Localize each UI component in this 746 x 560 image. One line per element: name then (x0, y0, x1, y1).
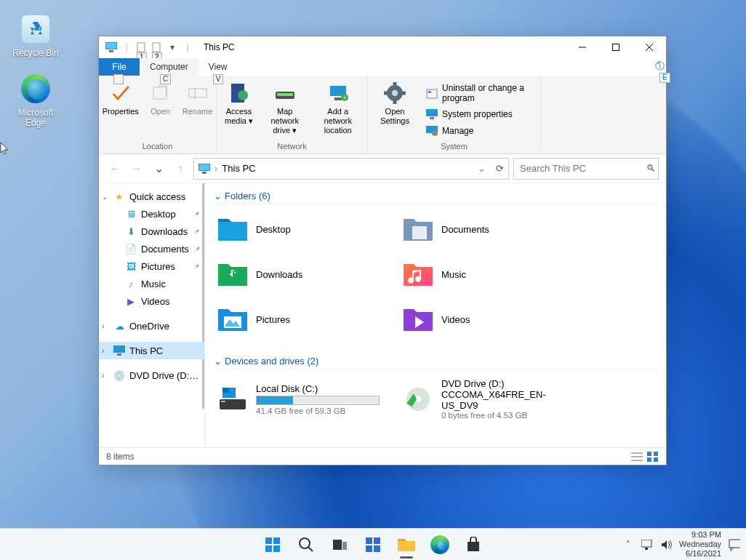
drive-dvd-d[interactable]: DVD Drive (D:) CCCOMA_X64FRE_EN-US_DV9 0… (399, 375, 585, 423)
folder-videos[interactable]: Videos (399, 300, 585, 338)
show-hidden-button[interactable]: ˄ (622, 539, 634, 551)
svg-rect-33 (199, 164, 209, 170)
file-explorer-button[interactable] (391, 529, 422, 560)
cursor-icon (0, 142, 10, 156)
sidebar-item-documents[interactable]: 📄Documents📌︎ (99, 240, 204, 257)
taskbar[interactable]: ˄ 9:03 PM Wednesday 6/16/2021 (0, 528, 746, 560)
qat-icon[interactable]: 2 (151, 41, 164, 54)
content-pane: ⌄Folders (6) Desktop Documents Downloads… (205, 183, 666, 447)
status-bar: 8 items (99, 447, 666, 465)
sidebar-dvd[interactable]: ›💿DVD Drive (D:) CC (99, 367, 204, 384)
sidebar-item-desktop[interactable]: 🖥Desktop📌︎ (99, 205, 204, 223)
svg-rect-65 (641, 540, 651, 547)
folder-music[interactable]: Music (399, 255, 585, 293)
recycle-bin-icon (22, 15, 49, 43)
breadcrumb[interactable]: This PC (222, 163, 255, 174)
start-button[interactable] (257, 529, 288, 560)
chevron-right-icon[interactable]: › (102, 322, 104, 330)
svg-rect-1 (106, 43, 116, 49)
help-icon[interactable]: ⓘ E (655, 60, 665, 73)
close-button[interactable] (633, 37, 666, 58)
maximize-button[interactable] (599, 37, 633, 58)
tab-computer[interactable]: Computer C (140, 58, 198, 76)
sidebar-item-pictures[interactable]: 🖼Pictures📌︎ (99, 257, 204, 275)
titlebar[interactable]: | 1 2 ▾ | This PC (99, 36, 666, 58)
edge-button[interactable] (425, 529, 455, 560)
sidebar-onedrive[interactable]: ›☁OneDrive (99, 317, 204, 335)
up-button[interactable]: ↑ (172, 160, 189, 177)
sidebar-quick-access[interactable]: ⌄ ★ Quick access (99, 188, 204, 205)
sidebar-item-music[interactable]: ♪Music (99, 275, 204, 292)
picture-icon: 🖼 (125, 260, 137, 272)
svg-rect-15 (277, 93, 293, 96)
chevron-down-icon[interactable]: ⌄ (478, 163, 486, 174)
svg-point-21 (392, 90, 398, 96)
add-location-button[interactable]: + Add a network location (310, 79, 366, 140)
open-settings-button[interactable]: Open Settings (369, 79, 420, 140)
svg-rect-61 (374, 537, 380, 544)
task-view-button[interactable] (324, 529, 355, 560)
network-icon[interactable] (641, 539, 653, 551)
svg-rect-4 (153, 43, 160, 52)
svg-rect-26 (427, 89, 437, 98)
drives-section-header[interactable]: ⌄Devices and drives (2) (214, 356, 657, 369)
manage-button[interactable]: Manage (423, 124, 539, 138)
store-button[interactable] (458, 529, 489, 560)
svg-rect-42 (222, 388, 229, 393)
notifications-button[interactable] (729, 539, 740, 551)
svg-rect-60 (366, 537, 372, 544)
qat-icon[interactable]: 1 (135, 41, 148, 54)
history-dropdown[interactable]: ⌄ (150, 160, 167, 177)
chevron-right-icon[interactable]: › (102, 372, 104, 380)
svg-rect-54 (265, 545, 272, 552)
search-box[interactable]: 🔍︎ (513, 158, 659, 180)
details-view-button[interactable] (631, 452, 643, 462)
sidebar-item-videos[interactable]: ▶Videos (99, 292, 204, 310)
tab-file[interactable]: File F (99, 58, 140, 76)
access-media-button[interactable]: Access media ▾ (218, 79, 260, 140)
chevron-down-icon[interactable]: ▾ (166, 41, 179, 54)
uninstall-button[interactable]: Uninstall or change a program (423, 81, 539, 105)
volume-icon[interactable] (660, 539, 672, 551)
clock[interactable]: 9:03 PM Wednesday 6/16/2021 (679, 530, 721, 559)
svg-rect-28 (426, 109, 438, 116)
this-pc-icon (105, 41, 118, 54)
chevron-down-icon[interactable]: ⌄ (102, 193, 108, 201)
search-input[interactable] (520, 163, 642, 174)
chevron-right-icon[interactable]: › (102, 347, 104, 355)
sidebar-this-pc[interactable]: ›This PC (99, 342, 204, 359)
minimize-button[interactable] (566, 37, 599, 58)
svg-line-57 (308, 547, 313, 551)
folder-documents[interactable]: Documents (399, 210, 585, 248)
desktop-icon-recycle-bin[interactable]: Recycle Bin (9, 13, 63, 58)
sidebar: ⌄ ★ Quick access 🖥Desktop📌︎ ⬇Downloads📌︎… (99, 183, 205, 447)
back-button[interactable]: ← (106, 160, 124, 177)
svg-rect-50 (647, 457, 651, 462)
folder-desktop[interactable]: Desktop (214, 210, 399, 248)
address-bar[interactable]: › This PC ⌄ ⟳ (193, 158, 509, 180)
svg-rect-59 (342, 542, 347, 550)
tab-view[interactable]: View V (198, 58, 238, 76)
search-icon[interactable]: 🔍︎ (646, 163, 656, 174)
desktop-icon-label: Microsoft Edge (18, 108, 54, 128)
desktop-icon-edge[interactable]: Microsoft Edge (9, 73, 63, 128)
folders-section-header[interactable]: ⌄Folders (6) (214, 191, 657, 204)
icons-view-button[interactable] (647, 452, 659, 462)
drive-icon (274, 81, 296, 105)
drive-local-c[interactable]: Local Disk (C:) 41.4 GB free of 59.3 GB (214, 375, 399, 423)
folder-downloads[interactable]: Downloads (214, 255, 399, 293)
properties-button[interactable]: Properties (98, 79, 143, 140)
ribbon-group-label: Network (277, 140, 306, 152)
refresh-button[interactable]: ⟳ (496, 163, 504, 174)
widgets-button[interactable] (358, 529, 388, 560)
folder-icon (217, 258, 249, 290)
rename-icon (188, 81, 208, 105)
search-button[interactable] (291, 529, 321, 560)
sidebar-item-downloads[interactable]: ⬇Downloads📌︎ (99, 223, 204, 240)
system-properties-button[interactable]: System properties (423, 107, 539, 121)
folder-pictures[interactable]: Pictures (214, 300, 399, 338)
forward-button[interactable]: → (128, 160, 145, 177)
map-drive-button[interactable]: Map network drive ▾ (260, 79, 310, 140)
svg-rect-17 (334, 97, 342, 100)
svg-text:+: + (342, 95, 346, 101)
